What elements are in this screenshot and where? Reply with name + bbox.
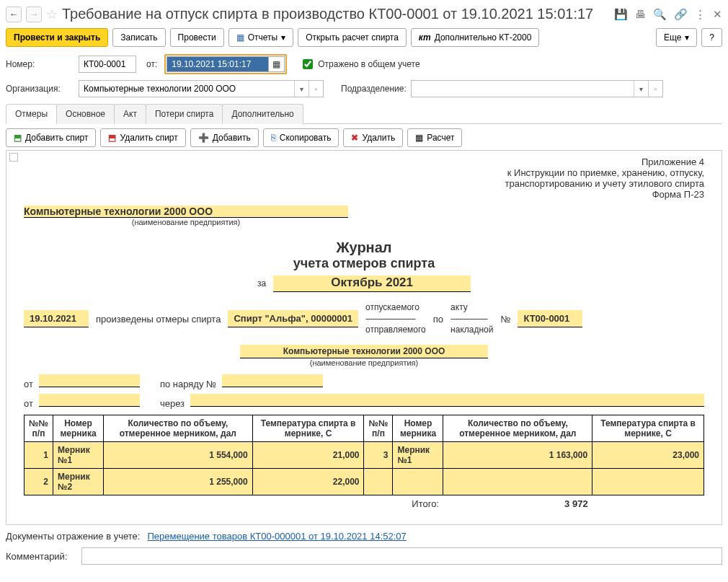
extra-kt-button[interactable]: ктДополнительно КТ-2000 [411,28,539,47]
th-7: Температура спирта в мернике, С [592,415,704,441]
th-2: Количество по объему, отмеренное мернико… [104,415,253,441]
link-icon[interactable]: 🔗 [674,8,688,21]
save-icon[interactable]: 💾 [614,8,628,21]
reports-label: Отчеты [248,32,278,43]
open-calc-button[interactable]: Открыть расчет спирта [298,28,407,47]
post-close-button[interactable]: Провести и закрыть [6,28,108,47]
preview-icon[interactable]: 🔍 [653,8,667,21]
tab-measures[interactable]: Отмеры [6,104,57,124]
tab-main[interactable]: Основное [56,104,115,124]
plus-icon: ➕ [198,133,209,143]
delete-label: Удалить [362,133,395,143]
doc-org-sub: (наименование предприятия) [24,218,348,226]
add-spirit-button[interactable]: ⬒Добавить спирт [6,128,96,147]
add-spirit-icon: ⬒ [14,133,22,143]
docs-label: Документы отражение в учете: [6,531,140,542]
copy-row-button[interactable]: ⎘Скопировать [263,128,339,147]
reflected-label: Отражено в общем учете [318,59,420,69]
cell: 3 [364,441,393,468]
doc-number: КТ00-0001 [518,310,582,327]
cell: Мерник №1 [53,441,104,468]
doc-date: 19.10.2021 [24,310,89,327]
reports-button[interactable]: ▦Отчеты ▾ [228,28,293,47]
dept-dropdown-icon[interactable]: ▾ [634,81,648,97]
add-row-button[interactable]: ➕Добавить [190,128,259,147]
tab-extra[interactable]: Дополнительно [222,104,303,124]
nav-forward-button[interactable]: → [26,6,42,22]
add-spirit-label: Добавить спирт [25,133,88,143]
spirit-name: Спирт "Альфа", 00000001 [228,310,358,327]
doc-org2-name: Компьютерные технологии 2000 ООО [240,345,489,358]
del-spirit-button[interactable]: ⬒Удалить спирт [100,128,185,147]
sent-stack: отпускаемого ----------------------- отп… [365,302,426,336]
appendix-line: Приложение 4 [24,156,704,167]
table-row[interactable]: 2 Мерник №2 1 255,000 22,000 [25,468,704,495]
form-no: Форма П-23 [24,189,704,200]
calc-button[interactable]: ▦Расчет [407,128,462,147]
dash1: ----------------------- [365,314,426,325]
from2-field [39,394,140,407]
date-input[interactable] [167,57,268,71]
org-input[interactable] [79,81,294,97]
add-label: Добавить [213,133,251,143]
nav-back-button[interactable]: ← [6,6,22,22]
print-icon[interactable]: 🖶 [635,8,646,20]
dept-open-icon[interactable]: ▫ [648,81,662,97]
org-dropdown-icon[interactable]: ▾ [294,81,308,97]
act-top: акту [450,302,493,314]
act-bot: накладной [450,325,493,336]
cell [443,468,592,495]
close-icon[interactable]: ✕ [713,8,722,21]
th-5: Номер мерника [393,415,443,441]
more-label: Еще [664,32,681,43]
post-button[interactable]: Провести [170,28,224,47]
th-1: Номер мерника [53,415,104,441]
comment-label: Комментарий: [6,551,74,562]
chevron-down-icon: ▾ [281,32,285,43]
copy-icon: ⎘ [271,133,276,143]
cell: 1 [25,441,53,468]
table-row[interactable]: 1 Мерник №1 1 554,000 21,000 3 Мерник №1… [25,441,704,468]
org-label: Организация: [6,84,74,94]
order-label: по наряду № [160,379,216,389]
calc-icon: ▦ [415,133,423,143]
more-menu-icon[interactable]: ⋮ [695,8,706,21]
by-label: по [433,314,443,325]
delete-row-button[interactable]: ✖Удалить [343,128,403,147]
more-button[interactable]: Еще ▾ [656,28,697,47]
th-6: Количество по объему, отмеренное мернико… [443,415,592,441]
reflected-checkbox[interactable] [303,59,313,69]
cell: 23,000 [592,441,704,468]
calendar-icon[interactable]: ▦ [268,57,284,71]
org-open-icon[interactable]: ▫ [308,81,323,97]
instr-line2: транспортированию и учету этилового спир… [24,178,704,189]
corner-handle[interactable] [9,153,18,162]
tab-losses[interactable]: Потери спирта [146,104,223,124]
doc-org2-sub: (наименование предприятия) [24,358,704,367]
save-button[interactable]: Записать [112,28,165,47]
period-value: Октябрь 2021 [273,275,471,292]
cell: 2 [25,468,53,495]
page-title: Требование на отпуск спирта в производст… [62,6,610,22]
number-input[interactable] [79,56,136,73]
extra-label: Дополнительно КТ-2000 [435,32,532,43]
del-spirit-label: Удалить спирт [120,133,177,143]
linked-doc-link[interactable]: Перемещение товаров КТ00-000001 от 19.10… [147,531,406,542]
produced-label: произведены отмеры спирта [96,314,221,325]
total-label: Итого: [364,495,443,512]
dept-input[interactable] [412,81,634,97]
via-label: через [160,398,185,409]
no-label: № [500,314,510,325]
tab-act[interactable]: Акт [114,104,146,124]
favorite-icon[interactable]: ☆ [46,6,58,22]
order-field [222,374,323,387]
cell: 22,000 [252,468,364,495]
from2-label: от [24,398,33,409]
copy-label: Скопировать [280,133,332,143]
comment-input[interactable] [81,547,722,565]
help-button[interactable]: ? [701,28,722,47]
measures-table: №№ п/п Номер мерника Количество по объем… [24,415,704,512]
cell: Мерник №2 [53,468,104,495]
th-0: №№ п/п [25,415,53,441]
total-value: 3 972 [443,495,592,512]
